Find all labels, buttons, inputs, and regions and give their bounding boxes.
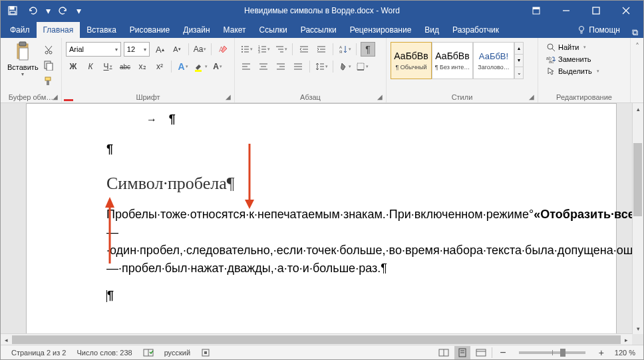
bullets-button[interactable] [239, 42, 253, 57]
select-button[interactable]: Выделить▾ [545, 66, 623, 77]
shrink-font-button[interactable]: A▾ [170, 42, 184, 57]
tab-developer[interactable]: Разработчик [446, 22, 506, 38]
print-layout-button[interactable] [454, 346, 470, 359]
ribbon-display-button[interactable] [521, 1, 551, 21]
tab-layout[interactable]: Макет [217, 22, 253, 38]
justify-button[interactable] [291, 59, 305, 74]
zoom-out-button[interactable]: − [495, 346, 511, 359]
italic-button[interactable]: К [83, 59, 98, 74]
styles-down[interactable]: ▾ [515, 55, 523, 67]
clipboard-launcher[interactable]: ◢ [51, 92, 60, 101]
style-normal[interactable]: АаБбВв ¶ Обычный [391, 42, 432, 79]
word-count[interactable]: Число слов: 238 [71, 349, 137, 357]
bold-button[interactable]: Ж [66, 59, 80, 74]
replace-icon: abac [546, 55, 556, 64]
tab-mailings[interactable]: Рассылки [294, 22, 343, 38]
svg-rect-13 [19, 42, 26, 46]
grow-font-button[interactable]: A▴ [152, 42, 167, 57]
tab-review[interactable]: Рецензирование [343, 22, 418, 38]
close-button[interactable] [611, 1, 641, 21]
format-painter-button[interactable] [41, 74, 56, 89]
strike-button[interactable]: abc [118, 59, 132, 74]
tell-me[interactable]: Помощн [570, 22, 627, 38]
font-size-select[interactable]: 12 [124, 42, 150, 57]
page[interactable]: → ¶ ¶ Символ·пробела¶ Пробелы·тоже·относ… [26, 103, 617, 345]
zoom-in-button[interactable]: + [593, 346, 609, 359]
svg-rect-14 [19, 48, 28, 60]
change-case-button[interactable]: Aa [193, 42, 208, 57]
font-name-select[interactable]: Arial [66, 42, 121, 57]
replace-button[interactable]: abac Заменить [545, 54, 623, 65]
style-heading1[interactable]: АаБбВ! Заголово… [473, 42, 514, 79]
read-mode-button[interactable] [436, 346, 452, 359]
show-formatting-button[interactable]: ¶ [361, 42, 375, 57]
titlebar: ▾ ▾ Невидимые символы в Ворде.docx - Wor… [1, 1, 643, 21]
highlight-button[interactable] [193, 59, 208, 74]
undo-button[interactable] [23, 1, 42, 20]
language-status[interactable]: русский [159, 349, 196, 357]
styles-up[interactable]: ▴ [515, 43, 523, 55]
paste-button[interactable]: Вставить ▾ [5, 39, 41, 89]
undo-dropdown[interactable]: ▾ [43, 1, 53, 20]
spell-check-status[interactable] [138, 348, 159, 357]
share-button[interactable]: ⧉ [632, 27, 638, 38]
save-button[interactable] [3, 1, 22, 20]
cut-button[interactable] [41, 42, 56, 57]
tab-references[interactable]: Ссылки [253, 22, 294, 38]
horizontal-scrollbar[interactable]: ◂ ▸ [1, 333, 632, 345]
style-no-spacing[interactable]: АаБбВв ¶ Без инте… [432, 42, 473, 79]
line-spacing-button[interactable] [314, 59, 329, 74]
multilevel-button[interactable] [273, 42, 288, 57]
styles-more[interactable]: ⌄ [515, 67, 523, 79]
scroll-right-button[interactable]: ▸ [621, 334, 632, 345]
superscript-button[interactable]: x² [152, 59, 167, 74]
shading-button[interactable] [337, 59, 352, 74]
macro-status[interactable] [196, 348, 216, 357]
align-left-button[interactable] [239, 59, 253, 74]
font-color-button[interactable]: A [210, 59, 225, 74]
copy-button[interactable] [41, 58, 56, 73]
hscroll-thumb[interactable] [12, 335, 621, 344]
sort-button[interactable]: AЯ [337, 42, 352, 57]
web-layout-button[interactable] [473, 346, 489, 359]
zoom-thumb[interactable] [560, 349, 565, 357]
page-status[interactable]: Страница 2 из 2 [6, 349, 71, 357]
qat-customize[interactable]: ▾ [74, 1, 83, 20]
align-center-button[interactable] [256, 59, 271, 74]
subscript-button[interactable]: x₂ [135, 59, 150, 74]
svg-rect-77 [204, 351, 207, 354]
maximize-button[interactable] [581, 1, 611, 21]
tab-home[interactable]: Главная [37, 22, 80, 38]
group-clipboard: Вставить ▾ Буфер обм… ◢ [1, 38, 62, 102]
increase-indent-button[interactable] [314, 42, 329, 57]
styles-launcher[interactable]: ◢ [527, 92, 536, 101]
tab-design[interactable]: Дизайн [176, 22, 216, 38]
numbering-button[interactable]: 123 [256, 42, 271, 57]
decrease-indent-button[interactable] [297, 42, 311, 57]
minimize-button[interactable] [551, 1, 581, 21]
collapse-ribbon-button[interactable]: ˄ [630, 38, 643, 102]
paragraph-launcher[interactable]: ◢ [375, 92, 385, 101]
find-button[interactable]: Найти▾ [545, 42, 623, 53]
svg-rect-22 [47, 81, 49, 85]
tab-insert[interactable]: Вставка [80, 22, 123, 38]
zoom-slider[interactable] [519, 351, 585, 354]
vertical-scrollbar[interactable]: ▴ ▾ [632, 103, 643, 334]
vscroll-thumb[interactable] [633, 143, 642, 216]
styles-scroll[interactable]: ▴ ▾ ⌄ [514, 42, 524, 79]
zoom-level[interactable]: 120 % [612, 349, 638, 357]
underline-button[interactable]: Ч [100, 59, 115, 74]
tab-draw[interactable]: Рисование [123, 22, 176, 38]
clear-formatting-button[interactable]: A [216, 42, 230, 57]
redo-button[interactable] [54, 1, 73, 20]
tab-file[interactable]: Файл [3, 22, 37, 38]
text-effects-button[interactable]: A [176, 59, 190, 74]
borders-button[interactable] [355, 59, 369, 74]
scroll-up-button[interactable]: ▴ [633, 103, 643, 114]
align-right-button[interactable] [273, 59, 288, 74]
scroll-left-button[interactable]: ◂ [1, 334, 12, 345]
scroll-down-button[interactable]: ▾ [633, 323, 643, 334]
font-launcher[interactable]: ◢ [224, 92, 233, 101]
lightbulb-icon [577, 25, 586, 35]
tab-view[interactable]: Вид [418, 22, 446, 38]
